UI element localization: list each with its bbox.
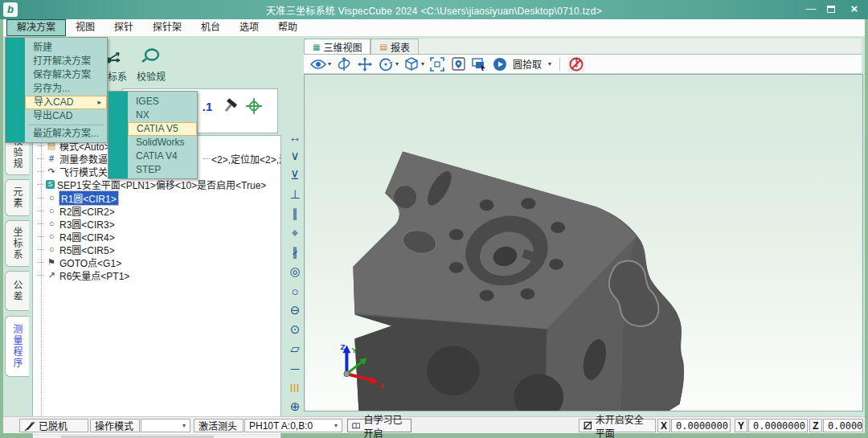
tree-row-circle-r5[interactable]: ○R5圆<CIR5> xyxy=(38,243,115,256)
menu-view[interactable]: 视图 xyxy=(66,19,104,36)
menu-item-save-as[interactable]: 另存为... xyxy=(6,82,107,96)
menu-help[interactable]: 帮助 xyxy=(268,19,307,36)
menu-item-import-cad[interactable]: 导入CAD ▸ xyxy=(25,96,107,109)
submenu-item-step[interactable]: STEP xyxy=(108,163,197,177)
tree-row-circle-r4[interactable]: ○R4圆<CIR4> xyxy=(38,230,115,243)
cube-caret-icon[interactable]: ▾ xyxy=(421,60,424,68)
menu-item-recent-solutions[interactable]: 最近解决方案... xyxy=(6,127,107,141)
tree-row-circle-r3[interactable]: ○R3圆<CIR3> xyxy=(38,217,115,230)
layer-select-icon xyxy=(472,58,486,71)
self-learn-status[interactable]: 自学习已开启 xyxy=(347,419,411,432)
menu-item-new[interactable]: 新建 xyxy=(6,41,107,55)
circle-pick-dropdown[interactable]: 圆拾取 xyxy=(513,57,542,71)
parallelism-icon[interactable]: ∥ xyxy=(285,204,305,223)
submenu-item-catia-v4[interactable]: CATIA V4 xyxy=(108,149,197,163)
play-pick-button[interactable] xyxy=(492,56,508,72)
app-logo-icon: b xyxy=(3,2,18,17)
window-title: 天准三坐标系统 VispecCube 2024 <C:\Users\jiaosi… xyxy=(0,3,868,17)
fit-screen-icon xyxy=(430,57,444,72)
gdt-toolbar: ↔ ∨ ⊻ ⊥ ∥ ⌖ ∦ ◎ ○ ⊖ ⊙ ▱ ─ ||| ⊕ xyxy=(285,127,305,416)
perpendicularity-icon[interactable]: ⊥ xyxy=(285,185,305,204)
tab-report[interactable]: ▤ 报表 xyxy=(371,39,418,54)
fit-view-button[interactable] xyxy=(429,56,445,72)
triple-bars-icon[interactable]: ||| xyxy=(285,378,305,397)
gauge-check-button[interactable]: 校验规 xyxy=(132,45,170,92)
viewport-3d[interactable]: Z Y X xyxy=(304,74,863,411)
restore-icon xyxy=(827,6,835,13)
active-probe-label: 激活测头 xyxy=(194,419,244,432)
tree-row-params-overflow: <2>,定位加<2>,测量· xyxy=(203,152,281,165)
menu-probe[interactable]: 探针 xyxy=(104,19,143,36)
tab-tolerance[interactable]: 公差 xyxy=(5,271,29,311)
decimal-places-button[interactable]: .1 xyxy=(197,96,218,117)
angle-tool-icon[interactable]: ∨ xyxy=(285,146,305,166)
tree-row-circle-r1[interactable]: ○R1圆<CIR1> xyxy=(38,191,118,204)
pan-icon xyxy=(358,57,372,72)
submenu-item-iges[interactable]: IGES xyxy=(108,95,197,108)
position-target-icon[interactable]: ⌖ xyxy=(285,223,305,243)
straightness-icon[interactable]: ─ xyxy=(285,358,305,378)
y-coordinate-label: Y xyxy=(735,419,747,432)
menu-solution[interactable]: 解决方案 xyxy=(6,19,66,36)
true-position-icon[interactable]: ⊕ xyxy=(285,397,305,416)
title-bar: b 天准三坐标系统 VispecCube 2024 <C:\Users\jiao… xyxy=(0,0,868,19)
menu-item-save-solution[interactable]: 保存解决方案 xyxy=(6,68,107,82)
menu-machine[interactable]: 机台 xyxy=(191,19,230,36)
orbit-button[interactable] xyxy=(336,56,352,72)
scroll-left-arrow[interactable]: ◂ xyxy=(35,435,47,438)
tab-3d-view[interactable]: ▦ 三维视图 xyxy=(304,39,371,54)
symmetry-icon[interactable]: ⊖ xyxy=(285,301,305,320)
operation-mode-dropdown[interactable]: ▾ xyxy=(141,419,190,432)
z-coordinate-label: Z xyxy=(809,419,822,432)
visibility-eye-button[interactable] xyxy=(310,56,326,72)
angle2-tool-icon[interactable]: ⊻ xyxy=(285,166,305,185)
menu-probe-rack[interactable]: 探针架 xyxy=(143,19,191,36)
report-tab-icon: ▤ xyxy=(379,43,387,51)
axis-y-label: Y xyxy=(351,346,357,354)
concentricity-icon[interactable]: ◎ xyxy=(285,262,305,281)
submenu-item-nx[interactable]: NX xyxy=(108,108,197,122)
menu-item-export-cad[interactable]: 导出CAD xyxy=(6,109,107,123)
probe-disabled-button[interactable] xyxy=(568,56,584,72)
scroll-right-arrow[interactable]: ▸ xyxy=(267,435,278,438)
pin-icon xyxy=(452,57,465,72)
build-hammer-button[interactable] xyxy=(219,96,240,117)
pan-button[interactable] xyxy=(357,56,373,72)
pick-caret-icon[interactable]: ▾ xyxy=(548,60,551,68)
submenu-item-solidworks[interactable]: SolidWorks xyxy=(108,136,197,149)
rotate-icon xyxy=(379,57,393,72)
toolbar-separator xyxy=(559,58,560,71)
eye-caret-icon[interactable]: ▾ xyxy=(328,60,331,68)
view-cube-button[interactable] xyxy=(403,56,420,72)
play-icon xyxy=(493,57,507,72)
tree-horizontal-scrollbar[interactable]: ◂ ▸ xyxy=(34,434,280,438)
rotate-caret-icon[interactable]: ▾ xyxy=(395,60,399,68)
x-coordinate-label: X xyxy=(657,419,670,432)
select-layer-button[interactable] xyxy=(471,56,487,72)
tree-row-vector-point[interactable]: ↗R6矢量点<PT1> xyxy=(38,268,129,281)
label-pin-button[interactable] xyxy=(450,56,466,72)
angularity-icon[interactable]: ∦ xyxy=(285,243,305,262)
distance-tool-icon[interactable]: ↔ xyxy=(285,127,305,146)
tree-row-goto[interactable]: ⚑GOTO点<G1> xyxy=(38,256,121,268)
circularity-icon[interactable]: ○ xyxy=(285,281,305,301)
submenu-item-catia-v5[interactable]: CATIA V5 xyxy=(128,122,197,136)
tree-row-fly-mode[interactable]: ↷飞行模式关闭 xyxy=(38,165,117,178)
minimize-button[interactable]: — xyxy=(800,0,821,18)
tree-row-circle-r2[interactable]: ○R2圆<CIR2> xyxy=(38,204,115,217)
close-button[interactable]: × xyxy=(844,0,865,18)
vector-point-icon: ↗ xyxy=(46,270,57,280)
flatness-icon[interactable]: ▱ xyxy=(285,339,305,358)
rotate-view-button[interactable] xyxy=(378,56,394,72)
tab-coordinate-system[interactable]: 坐标系 xyxy=(5,220,29,267)
menu-options[interactable]: 选项 xyxy=(230,19,268,36)
tree-row-safety-plane[interactable]: SSEP1安全平面<PLN1>偏移<10>是否启用<True> xyxy=(38,178,266,190)
tab-elements[interactable]: 元素 xyxy=(5,179,29,216)
active-probe-dropdown[interactable]: PH10T A:0,B:0 ▾ xyxy=(244,419,342,432)
book-icon xyxy=(352,421,360,431)
runout-icon[interactable]: ⊙ xyxy=(285,320,305,339)
align-target-button[interactable] xyxy=(244,96,264,117)
menu-item-open-solution[interactable]: 打开解决方案 xyxy=(6,55,107,68)
tab-measure-program[interactable]: 测量程序 xyxy=(5,316,29,377)
circle-icon: ○ xyxy=(46,244,57,254)
